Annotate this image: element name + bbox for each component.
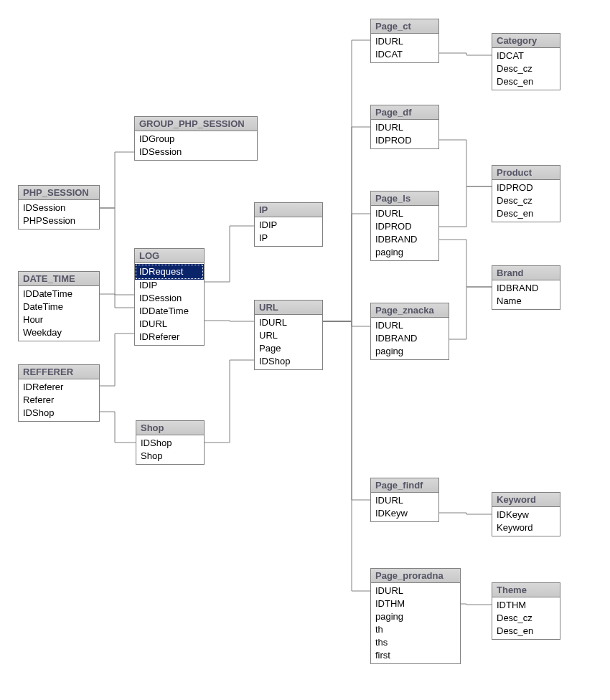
column[interactable]: Desc_en: [492, 207, 560, 220]
column[interactable]: IDSession: [135, 292, 204, 305]
column[interactable]: IDSession: [19, 202, 99, 214]
column[interactable]: IDDateTime: [19, 288, 99, 301]
column[interactable]: IDIP: [255, 219, 322, 232]
column[interactable]: IDBRAND: [492, 282, 560, 295]
column[interactable]: IDSession: [135, 146, 257, 159]
column[interactable]: IDCAT: [371, 48, 438, 61]
column[interactable]: IDReferer: [19, 381, 99, 394]
column[interactable]: IDShop: [136, 437, 204, 450]
column[interactable]: ths: [371, 636, 460, 649]
entity-title: URL: [255, 301, 322, 315]
entity-title: Page_ls: [371, 191, 438, 206]
column[interactable]: IDShop: [19, 407, 99, 420]
entity-title: DATE_TIME: [19, 272, 99, 286]
column[interactable]: Referer: [19, 394, 99, 407]
column[interactable]: Hour: [19, 313, 99, 326]
entity-date-time[interactable]: DATE_TIME IDDateTime DateTime Hour Weekd…: [18, 271, 100, 341]
column[interactable]: IDPROD: [492, 181, 560, 194]
column[interactable]: IDURL: [371, 319, 449, 332]
entity-title: GROUP_PHP_SESSION: [135, 117, 257, 131]
column[interactable]: IDURL: [371, 121, 438, 134]
column[interactable]: IDShop: [255, 355, 322, 368]
entity-page-proradna[interactable]: Page_proradna IDURL IDTHM paging th ths …: [370, 568, 461, 664]
entity-keyword[interactable]: Keyword IDKeyw Keyword: [492, 492, 560, 536]
column[interactable]: IDDateTime: [135, 305, 204, 318]
entity-theme[interactable]: Theme IDTHM Desc_cz Desc_en: [492, 582, 560, 640]
column[interactable]: IDURL: [135, 318, 204, 331]
column-selected[interactable]: IDRequest: [136, 265, 203, 279]
column[interactable]: Desc_en: [492, 625, 560, 638]
column[interactable]: IDTHM: [492, 599, 560, 612]
entity-shop[interactable]: Shop IDShop Shop: [136, 420, 205, 465]
column[interactable]: IDURL: [371, 494, 438, 507]
entity-brand[interactable]: Brand IDBRAND Name: [492, 265, 560, 310]
entity-php-session[interactable]: PHP_SESSION IDSession PHPSession: [18, 185, 100, 230]
column[interactable]: Desc_cz: [492, 194, 560, 207]
column[interactable]: IDBRAND: [371, 233, 438, 246]
column[interactable]: IDKeyw: [371, 507, 438, 520]
column[interactable]: URL: [255, 329, 322, 342]
entity-product[interactable]: Product IDPROD Desc_cz Desc_en: [492, 165, 560, 222]
column[interactable]: Keyword: [492, 521, 560, 534]
entity-title: Brand: [492, 266, 560, 280]
entity-title: Category: [492, 34, 560, 48]
entity-title: Page_findf: [371, 478, 438, 493]
entity-title: REFFERER: [19, 365, 99, 379]
column[interactable]: Page: [255, 342, 322, 355]
entity-page-findf[interactable]: Page_findf IDURL IDKeyw: [370, 478, 439, 522]
column[interactable]: IDGroup: [135, 133, 257, 146]
entity-group-php-session[interactable]: GROUP_PHP_SESSION IDGroup IDSession: [134, 116, 258, 161]
column[interactable]: IDBRAND: [371, 332, 449, 345]
entity-title: PHP_SESSION: [19, 186, 99, 200]
entity-title: LOG: [135, 249, 204, 263]
column[interactable]: IDURL: [255, 316, 322, 329]
column[interactable]: Desc_en: [492, 75, 560, 88]
column[interactable]: Name: [492, 295, 560, 308]
column[interactable]: IDPROD: [371, 134, 438, 147]
column[interactable]: first: [371, 649, 460, 662]
column[interactable]: IDTHM: [371, 597, 460, 610]
column[interactable]: IDKeyw: [492, 509, 560, 521]
column[interactable]: IDIP: [135, 279, 204, 292]
entity-refferer[interactable]: REFFERER IDReferer Referer IDShop: [18, 364, 100, 422]
entity-category[interactable]: Category IDCAT Desc_cz Desc_en: [492, 33, 560, 90]
entity-title: Page_znacka: [371, 303, 449, 318]
entity-title: Keyword: [492, 493, 560, 507]
entity-page-znacka[interactable]: Page_znacka IDURL IDBRAND paging: [370, 303, 449, 360]
entity-title: Page_df: [371, 105, 438, 120]
entity-title: Page_proradna: [371, 569, 460, 583]
column[interactable]: IDCAT: [492, 49, 560, 62]
column[interactable]: IDURL: [371, 585, 460, 597]
entity-page-ct[interactable]: Page_ct IDURL IDCAT: [370, 19, 439, 63]
column[interactable]: Desc_cz: [492, 62, 560, 75]
column[interactable]: Desc_cz: [492, 612, 560, 625]
column[interactable]: paging: [371, 345, 449, 358]
entity-log[interactable]: LOG IDRequest IDIP IDSession IDDateTime …: [134, 248, 205, 346]
column[interactable]: DateTime: [19, 301, 99, 313]
entity-title: Page_ct: [371, 19, 438, 34]
column[interactable]: paging: [371, 610, 460, 623]
column[interactable]: IP: [255, 232, 322, 245]
entity-title: Shop: [136, 421, 204, 435]
column[interactable]: th: [371, 623, 460, 636]
column[interactable]: IDURL: [371, 207, 438, 220]
column[interactable]: IDPROD: [371, 220, 438, 233]
column[interactable]: Weekday: [19, 326, 99, 339]
column[interactable]: paging: [371, 246, 438, 259]
entity-title: IP: [255, 203, 322, 217]
entity-page-ls[interactable]: Page_ls IDURL IDPROD IDBRAND paging: [370, 191, 439, 261]
column[interactable]: PHPSession: [19, 214, 99, 227]
entity-url[interactable]: URL IDURL URL Page IDShop: [254, 300, 323, 370]
entity-title: Theme: [492, 583, 560, 597]
column[interactable]: Shop: [136, 450, 204, 463]
entity-ip[interactable]: IP IDIP IP: [254, 202, 323, 247]
column[interactable]: IDReferer: [135, 331, 204, 344]
entity-title: Product: [492, 166, 560, 180]
column[interactable]: IDURL: [371, 35, 438, 48]
entity-page-df[interactable]: Page_df IDURL IDPROD: [370, 105, 439, 149]
